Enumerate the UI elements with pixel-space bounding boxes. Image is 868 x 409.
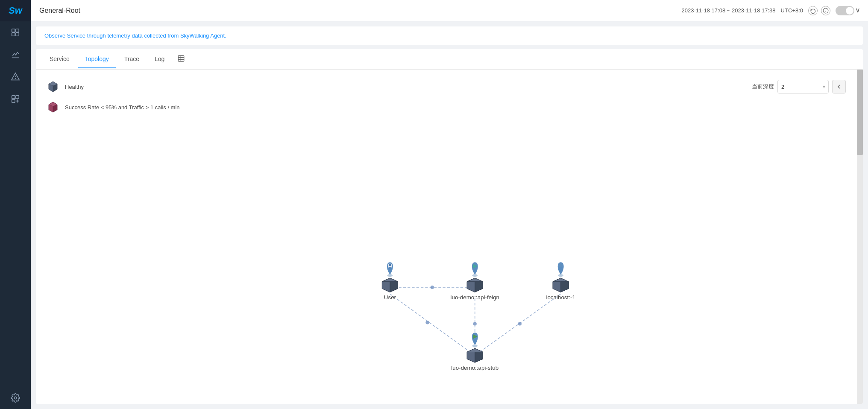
svg-line-31 [390, 294, 475, 355]
toggle-container: V [836, 6, 859, 15]
svg-rect-55 [562, 264, 563, 267]
sidebar: Sw [0, 0, 31, 409]
svg-rect-2 [12, 33, 15, 36]
svg-rect-7 [12, 96, 15, 99]
refresh-icon[interactable] [808, 6, 818, 15]
svg-point-30 [431, 286, 434, 289]
header: General-Root 2023-11-18 17:08 ~ 2023-11-… [31, 0, 868, 21]
tab-service[interactable]: Service [43, 50, 76, 68]
sidebar-item-settings[interactable] [0, 387, 31, 409]
topology-graph: User [36, 70, 863, 404]
timezone: UTC+8:0 [781, 7, 803, 14]
scrollbar-thumb [857, 70, 863, 155]
tab-extra-icon[interactable] [173, 50, 189, 69]
svg-line-35 [475, 294, 561, 355]
tab-log[interactable]: Log [148, 50, 171, 68]
node-localhost[interactable]: localhost:-1 [546, 262, 575, 301]
svg-point-6 [15, 78, 16, 79]
svg-marker-43 [382, 278, 398, 281]
svg-rect-3 [16, 33, 19, 36]
svg-rect-54 [560, 263, 562, 267]
page-title: General-Root [39, 7, 80, 15]
header-right: 2023-11-18 17:08 ~ 2023-11-18 17:38 UTC+… [681, 6, 859, 15]
svg-point-12 [14, 397, 17, 399]
svg-rect-1 [16, 29, 19, 32]
header-actions [808, 6, 830, 15]
node-user[interactable]: User [382, 262, 398, 301]
scrollbar[interactable] [857, 70, 863, 404]
tabs-container: Service Topology Trace Log [36, 49, 863, 70]
svg-point-34 [473, 322, 477, 325]
svg-point-32 [425, 321, 429, 324]
main-content: General-Root 2023-11-18 17:08 ~ 2023-11-… [31, 0, 868, 409]
topology-area: Healthy Success Rate < 95% and Traffic >… [36, 70, 863, 404]
svg-rect-0 [12, 29, 15, 32]
svg-text:User: User [384, 294, 396, 301]
svg-rect-9 [12, 99, 15, 102]
sidebar-item-dashboard[interactable] [0, 21, 31, 44]
info-icon[interactable] [821, 6, 830, 15]
svg-text:localhost:-1: localhost:-1 [546, 294, 575, 301]
svg-point-39 [389, 264, 391, 266]
svg-text:luo-demo::api-feign: luo-demo::api-feign [451, 294, 499, 301]
svg-marker-50 [467, 278, 483, 281]
sidebar-item-chart[interactable] [0, 44, 31, 66]
view-toggle[interactable] [836, 6, 854, 15]
sidebar-item-alert[interactable] [0, 66, 31, 88]
node-api-feign[interactable]: luo-demo::api-feign [451, 262, 499, 301]
svg-rect-53 [559, 263, 560, 267]
sidebar-item-widgets[interactable] [0, 88, 31, 110]
toggle-knob [846, 7, 853, 15]
toggle-label: V [856, 8, 859, 14]
logo-text: Sw [9, 5, 22, 16]
node-api-stub[interactable]: luo-demo::api-stub [451, 333, 499, 371]
tab-topology[interactable]: Topology [78, 50, 116, 68]
svg-point-36 [518, 322, 522, 325]
svg-rect-16 [179, 56, 185, 61]
sidebar-logo[interactable]: Sw [0, 0, 31, 21]
svg-marker-59 [553, 278, 569, 281]
content-area: Observe Service through telemetry data c… [31, 21, 868, 409]
svg-text:luo-demo::api-stub: luo-demo::api-stub [451, 365, 499, 371]
time-range: 2023-11-18 17:08 ~ 2023-11-18 17:38 [681, 7, 775, 14]
info-banner: Observe Service through telemetry data c… [36, 26, 863, 45]
svg-marker-66 [467, 348, 483, 352]
info-link[interactable]: Observe Service through telemetry data c… [44, 32, 226, 39]
tab-trace[interactable]: Trace [117, 50, 146, 68]
main-panel: Service Topology Trace Log [36, 49, 863, 404]
svg-rect-8 [16, 96, 19, 99]
